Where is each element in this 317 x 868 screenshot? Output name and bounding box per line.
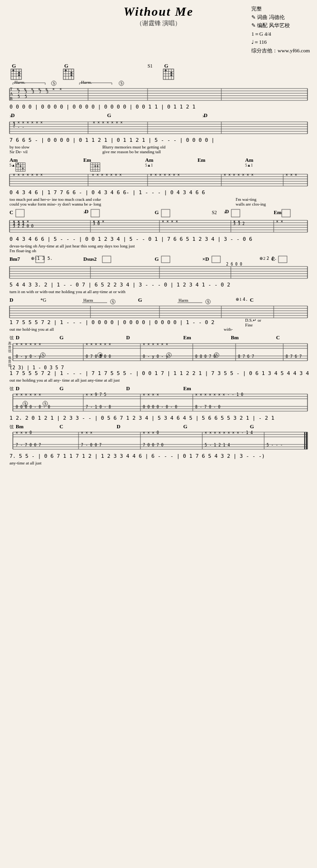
svg-text:0 7 0 8 0 0: 0 7 0 8 0 0 bbox=[86, 355, 111, 359]
svg-text:C: C bbox=[250, 297, 254, 303]
svg-text:Am: Am bbox=[245, 157, 253, 163]
svg-text:5: 5 bbox=[46, 90, 49, 94]
svg-text:5: 5 bbox=[18, 95, 20, 99]
svg-text:×D: ×D bbox=[202, 256, 209, 262]
svg-text:S: S bbox=[53, 81, 55, 86]
svg-text:× × × × × × ×: × × × × × × × bbox=[93, 120, 123, 125]
svg-text:D: D bbox=[10, 297, 13, 303]
svg-text:Em: Em bbox=[198, 157, 206, 163]
svg-point-122 bbox=[97, 166, 99, 167]
svg-text:Sir De-  vil: Sir De- vil bbox=[10, 149, 28, 154]
svg-text:× × × × × ×: × × × × × × bbox=[16, 393, 41, 397]
svg-text:8 7 6 7: 8 7 6 7 bbox=[286, 355, 302, 359]
svg-text:5: 5 bbox=[25, 90, 27, 94]
svg-text:× × × ×: × × × × bbox=[162, 219, 178, 224]
svg-text:D: D bbox=[11, 112, 15, 118]
svg-text:D: D bbox=[16, 335, 20, 340]
svg-point-33 bbox=[170, 72, 172, 74]
svg-point-32 bbox=[165, 69, 167, 71]
page: Without Me （谢霆锋 演唱） 完整 ✎ 词曲 冯德伦 ✎ 编配 风华艺… bbox=[0, 0, 317, 868]
svg-text:1 3 5.: 1 3 5. bbox=[37, 256, 53, 261]
svg-text:- - -: - - - bbox=[13, 125, 24, 129]
svg-text:⊕1: ⊕1 bbox=[31, 256, 37, 261]
svg-text:5▲1: 5▲1 bbox=[145, 163, 153, 168]
website: 综分吉他：www.yf66.com bbox=[251, 47, 310, 55]
svg-text:5▲1: 5▲1 bbox=[245, 163, 253, 168]
svg-text:弦: 弦 bbox=[8, 349, 11, 353]
svg-text:0 0 0 0 - 0 - 0: 0 0 0 0 - 0 - 0 bbox=[16, 405, 50, 409]
svg-text:7 0 0 7 0: 7 0 0 7 0 bbox=[143, 443, 164, 447]
svg-text:× × × × × × ×: × × × × × × × bbox=[224, 173, 254, 177]
svg-point-9 bbox=[12, 69, 14, 71]
svg-text:G: G bbox=[183, 424, 188, 429]
svg-text:× × ×: × × × bbox=[81, 431, 92, 435]
svg-text:walls are clos-ing: walls are clos-ing bbox=[236, 202, 266, 207]
svg-text:C: C bbox=[10, 209, 13, 215]
svg-text:5 - - -: 5 - - - bbox=[267, 443, 283, 447]
svg-text:D: D bbox=[126, 335, 130, 340]
svg-text:× × × × × × ×: × × × × × × × bbox=[150, 173, 180, 177]
svg-text:G: G bbox=[59, 385, 64, 391]
svg-text:Am: Am bbox=[10, 157, 18, 163]
svg-point-22 bbox=[70, 74, 72, 76]
svg-text:S: S bbox=[207, 300, 209, 304]
svg-text:Am: Am bbox=[145, 157, 153, 163]
svg-text:8 - 7 0 - 0: 8 - 7 0 - 0 bbox=[195, 405, 220, 409]
svg-text:Harm.: Harm. bbox=[80, 80, 92, 85]
svg-text:3 2 2 0 0: 3 2 2 0 0 bbox=[13, 224, 34, 228]
svg-text:0 - y 0 - y: 0 - y 0 - y bbox=[143, 355, 168, 359]
svg-text:3: 3 bbox=[32, 90, 34, 94]
svg-point-110 bbox=[18, 163, 19, 165]
svg-point-10 bbox=[18, 72, 20, 74]
svg-text:× × × × × × ×: × × × × × × × bbox=[13, 173, 43, 177]
svg-text:give me reason     bo be stand: give me reason bo be standing tall bbox=[102, 149, 161, 154]
svg-text:2 6 0 0: 2 6 0 0 bbox=[226, 262, 242, 266]
svg-point-21 bbox=[70, 72, 72, 74]
svg-text:Harm: Harm bbox=[178, 298, 188, 303]
arranger-info: ✎ 编配 风华艺校 bbox=[251, 21, 310, 30]
svg-text:× × 9 7 5: × × 9 7 5 bbox=[86, 393, 107, 397]
svg-text:5 4 4 3 3. 2 | 1 - - 0 7 | 6 5: 5 4 4 3 3. 2 | 1 - - 0 7 | 6 5 2 2 3 4 |… bbox=[10, 282, 230, 288]
svg-text:Bm7: Bm7 bbox=[10, 256, 20, 262]
svg-text:D: D bbox=[117, 424, 120, 429]
svg-text:× × × ×: × × × × bbox=[143, 393, 159, 397]
svg-point-11 bbox=[18, 74, 20, 76]
svg-text:G: G bbox=[155, 256, 159, 262]
svg-text:× × × 0: × × × 0 bbox=[16, 431, 32, 435]
svg-text:×: × bbox=[52, 87, 55, 91]
svg-text:1 7 5 5 5  7 2 | 1 - - - | 7 1: 1 7 5 5 5 7 2 | 1 - - - | 7 1 7 5 5 5 - … bbox=[10, 370, 310, 376]
svg-text:Blurry memories    must be get: Blurry memories must be getting old bbox=[102, 145, 166, 149]
svg-text:Harm.: Harm. bbox=[14, 80, 25, 85]
key-time: 1＝G 4/4 bbox=[251, 30, 310, 39]
svg-text:× × × × × × ×: × × × × × × × bbox=[13, 120, 43, 125]
full-score: G G S1 G Harm. bbox=[7, 61, 310, 868]
svg-text:G: G bbox=[164, 63, 168, 69]
svg-text:S: S bbox=[216, 353, 218, 357]
svg-text:0 4 3 4  6 | 1 7 7 6 6 - | 0 4: 0 4 3 4 6 | 1 7 7 6 6 - | 0 4 3 4 6 6- |… bbox=[10, 189, 205, 196]
lyricist-info: ✎ 词曲 冯德伦 bbox=[251, 13, 310, 22]
svg-text:too much pot and  her-o-  ine : too much pot and her-o- ine too much cra… bbox=[10, 197, 101, 202]
svg-text:× × × × × × ×: × × × × × × × bbox=[92, 173, 122, 177]
svg-text:C: C bbox=[59, 424, 63, 429]
svg-point-34 bbox=[170, 74, 172, 76]
svg-text:Dsus2: Dsus2 bbox=[83, 256, 97, 262]
svg-text:S1: S1 bbox=[148, 63, 153, 69]
svg-text:0 0 0 0 - 0 - 0: 0 0 0 0 - 0 - 0 bbox=[143, 405, 177, 409]
svg-text:Em: Em bbox=[183, 335, 191, 340]
svg-text:3 0: 3 0 bbox=[93, 222, 100, 226]
svg-text:Bm: Bm bbox=[231, 335, 239, 340]
svg-text:D: D bbox=[16, 385, 20, 391]
svg-text:0 - y 0 - y: 0 - y 0 - y bbox=[16, 355, 41, 359]
svg-text:0 8 0 7 0: 0 8 0 7 0 bbox=[195, 355, 216, 359]
svg-text:G: G bbox=[12, 63, 16, 69]
svg-text:7 - 1 0 - 8: 7 - 1 0 - 8 bbox=[86, 405, 111, 409]
svg-text:× × × × × × × - - 1 0: × × × × × × × - - 1 0 bbox=[195, 393, 243, 397]
svg-text:C: C bbox=[271, 256, 275, 262]
svg-text:D: D bbox=[204, 112, 208, 118]
svg-text:S2: S2 bbox=[212, 210, 217, 215]
svg-text:by too  slow: by too slow bbox=[10, 145, 30, 149]
svg-text:B: B bbox=[10, 97, 12, 101]
svg-text:A: A bbox=[10, 92, 13, 96]
svg-text:turn it on  with or    with-ou: turn it on with or with-out me holding y… bbox=[10, 289, 126, 294]
svg-text:× × ×: × × × bbox=[286, 173, 297, 177]
